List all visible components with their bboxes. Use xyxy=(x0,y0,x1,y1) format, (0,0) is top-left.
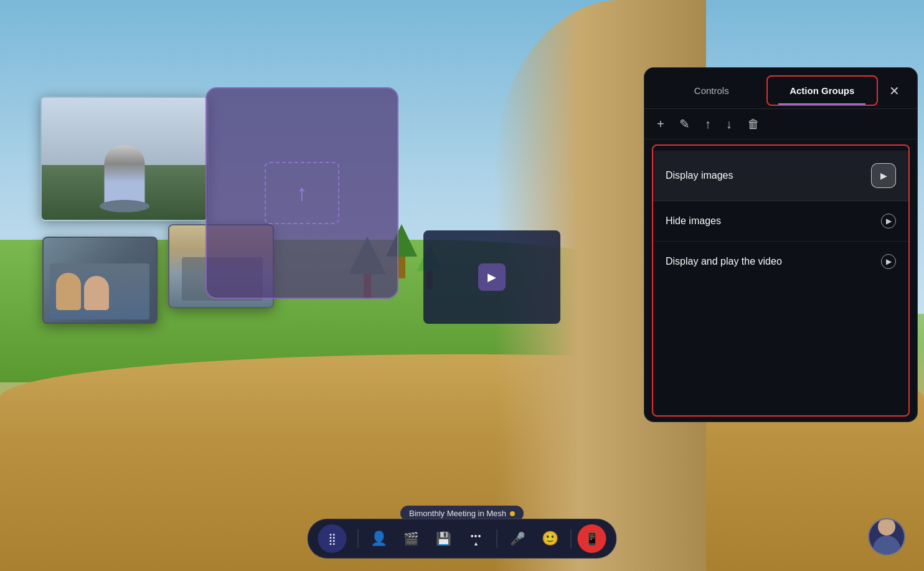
more-button[interactable]: ••• ▲ xyxy=(462,524,491,553)
action-item-play-btn-3[interactable]: ▶ xyxy=(881,254,896,269)
apps-icon: ⣿ xyxy=(328,532,336,545)
play-icon-outline-3: ▶ xyxy=(886,257,892,266)
meeting-status-dot xyxy=(510,511,515,516)
photo-frame-2 xyxy=(42,237,158,324)
separator-1 xyxy=(358,529,359,548)
save-button[interactable]: 💾 xyxy=(430,524,458,553)
video-panel: ▶ xyxy=(423,230,560,324)
move-up-icon[interactable]: ↑ xyxy=(705,117,711,131)
action-item-label-2: Hide images xyxy=(666,215,881,227)
tab-action-groups[interactable]: Action Groups xyxy=(766,75,879,106)
emoji-icon: 🙂 xyxy=(542,531,559,547)
panel-tab-bar: Controls Action Groups ✕ xyxy=(644,68,917,109)
tab-controls[interactable]: Controls xyxy=(657,77,766,105)
edit-icon[interactable]: ✎ xyxy=(679,116,690,131)
upload-drop-zone[interactable]: ↑ xyxy=(265,162,339,224)
avatar-button[interactable] xyxy=(868,518,905,555)
action-item-label-3: Display and play the video xyxy=(666,256,881,267)
emoji-button[interactable]: 🙂 xyxy=(536,524,565,553)
play-icon-filled: ▶ xyxy=(880,171,887,181)
separator-2 xyxy=(497,529,497,548)
action-groups-list: Display images ▶ Hide images ▶ Display a… xyxy=(652,144,910,417)
close-button[interactable]: ✕ xyxy=(884,81,905,101)
panel-toolbar: + ✎ ↑ ↓ 🗑 xyxy=(644,109,917,139)
mic-button[interactable]: 🎤 xyxy=(504,524,532,553)
video-play-button[interactable]: ▶ xyxy=(478,263,506,291)
action-item-play-btn-1[interactable]: ▶ xyxy=(871,163,896,188)
more-icon: ••• xyxy=(471,531,482,541)
action-item-play-btn-2[interactable]: ▶ xyxy=(881,214,896,229)
avatar-icon: 👤 xyxy=(370,531,387,547)
add-icon[interactable]: + xyxy=(657,117,664,131)
play-icon: ▶ xyxy=(488,270,496,284)
play-icon-outline-2: ▶ xyxy=(886,217,892,225)
action-item-display-images[interactable]: Display images ▶ xyxy=(653,151,908,201)
photo-frame-1 xyxy=(40,97,209,221)
share-icon: 📱 xyxy=(585,532,600,546)
save-icon: 💾 xyxy=(436,531,451,546)
avatar-icon-button[interactable]: 👤 xyxy=(365,524,394,553)
camera-button[interactable]: 🎬 xyxy=(397,524,426,553)
more-caret-icon: ▲ xyxy=(473,541,479,547)
share-button[interactable]: 📱 xyxy=(578,524,606,553)
camera-icon: 🎬 xyxy=(403,531,419,546)
delete-icon[interactable]: 🗑 xyxy=(747,117,760,131)
right-panel: Controls Action Groups ✕ + ✎ ↑ ↓ 🗑 Displ… xyxy=(644,67,918,422)
move-down-icon[interactable]: ↓ xyxy=(726,117,732,131)
mic-icon: 🎤 xyxy=(510,531,526,546)
action-item-label-1: Display images xyxy=(666,170,871,181)
upload-panel: ↑ xyxy=(205,87,398,299)
action-item-hide-images[interactable]: Hide images ▶ xyxy=(653,201,908,242)
separator-3 xyxy=(571,529,572,548)
action-item-display-play-video[interactable]: Display and play the video ▶ xyxy=(653,242,908,281)
bottom-bar: ⣿ 👤 🎬 💾 ••• ▲ 🎤 🙂 📱 xyxy=(308,519,617,559)
apps-button[interactable]: ⣿ xyxy=(318,524,347,553)
upload-arrow-icon: ↑ xyxy=(296,180,308,206)
